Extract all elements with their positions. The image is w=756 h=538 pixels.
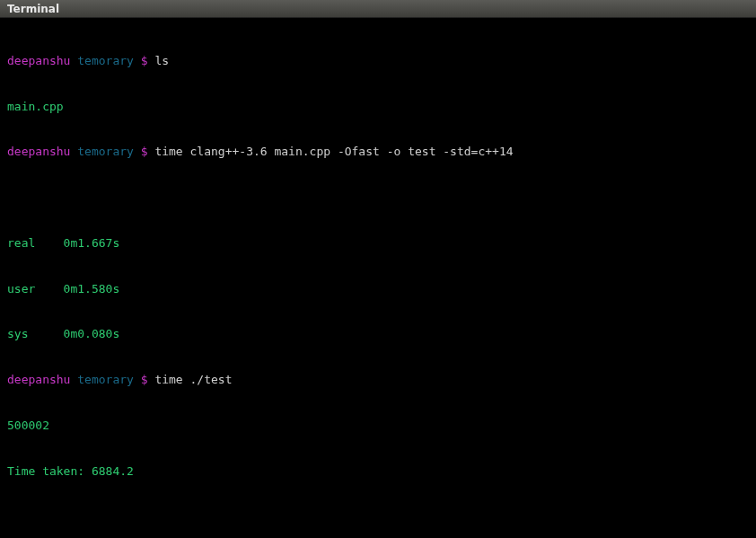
prompt-symbol: $ (141, 145, 148, 158)
window-titlebar[interactable]: Terminal (0, 0, 756, 18)
output-line: real 0m1.667s (7, 236, 749, 251)
prompt-symbol: $ (141, 54, 148, 67)
window-title: Terminal (7, 3, 59, 15)
prompt-user: deepanshu (7, 54, 70, 67)
prompt-dir: temorary (77, 145, 134, 158)
prompt-symbol: $ (141, 373, 148, 386)
output-line: user 0m1.580s (7, 282, 749, 297)
prompt-line: deepanshu temorary $ time ./test (7, 373, 749, 388)
prompt-user: deepanshu (7, 373, 70, 386)
terminal-body[interactable]: deepanshu temorary $ ls main.cpp deepans… (0, 18, 756, 538)
prompt-line: deepanshu temorary $ ls (7, 54, 749, 69)
output-line: 500002 (7, 419, 749, 434)
prompt-user: deepanshu (7, 145, 70, 158)
prompt-dir: temorary (77, 373, 134, 386)
prompt-dir: temorary (77, 54, 134, 67)
output-line: sys 0m0.080s (7, 327, 749, 342)
command-text: time ./test (154, 373, 232, 386)
blank-line (7, 510, 749, 525)
prompt-line: deepanshu temorary $ time clang++-3.6 ma… (7, 145, 749, 160)
output-line: main.cpp (7, 100, 749, 115)
command-text: ls (154, 54, 169, 67)
output-line: Time taken: 6884.2 (7, 464, 749, 480)
command-text: time clang++-3.6 main.cpp -Ofast -o test… (154, 145, 513, 158)
blank-line (7, 190, 749, 206)
